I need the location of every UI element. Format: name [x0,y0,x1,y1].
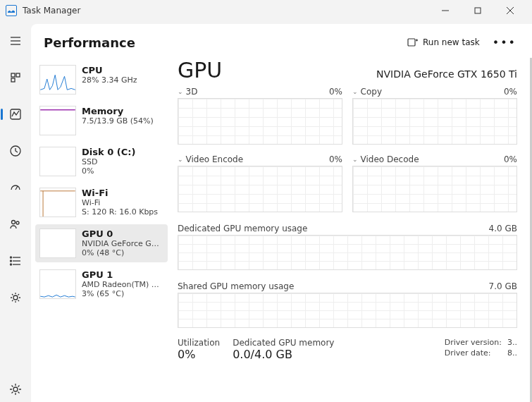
hamburger-icon[interactable] [3,28,28,54]
nav-services-icon[interactable] [3,285,28,310]
stat-value: 0.0/4.0 GB [233,348,334,361]
pane-label[interactable]: Copy [361,87,382,97]
pane-value: 0% [504,154,517,164]
svg-point-19 [11,260,12,262]
nav-settings-icon[interactable] [3,377,28,402]
svg-point-14 [16,221,19,224]
svg-rect-9 [11,78,15,82]
pane-video-decode: ⌄Video Decode0% [352,153,517,212]
stat-value: 0% [178,348,220,361]
chevron-down-icon[interactable]: ⌄ [352,88,358,95]
nav-rail [0,21,31,402]
detail-title: GPU [178,58,222,83]
shared-label: Shared GPU memory usage [178,281,294,291]
list-item-sub: 28% 3.34 GHz [82,75,163,85]
list-item-sub2: S: 120 R: 16.0 Kbps [82,207,163,217]
list-item-memory[interactable]: Memory 7.5/13.9 GB (54%) [35,102,168,140]
driver-date-value: 8.. [507,348,517,358]
nav-startup-icon[interactable] [3,175,28,200]
list-item-gpu1[interactable]: GPU 1 AMD Radeon(TM) … 3% (65 °C) [35,265,168,303]
chart-shared [178,293,517,328]
app-icon [6,5,17,16]
nav-details-icon[interactable] [3,248,28,274]
nav-processes-icon[interactable] [3,65,28,90]
maximize-button[interactable] [462,0,494,21]
list-item-sub2: 0% [82,166,163,176]
list-item-wifi[interactable]: Wi-Fi Wi-Fi S: 120 R: 16.0 Kbps [35,183,168,221]
disk-thumb-icon [39,147,76,176]
svg-point-18 [11,257,12,258]
list-item-sub: 7.5/13.9 GB (54%) [82,116,163,126]
memory-thumb-icon [39,106,76,135]
minimize-button[interactable] [429,0,462,21]
list-item-label: Disk 0 (C:) [82,147,163,157]
page-title: Performance [44,35,135,50]
svg-rect-1 [475,8,481,13]
svg-rect-23 [408,39,415,46]
pane-label[interactable]: Video Decode [361,154,419,164]
svg-point-13 [12,221,16,224]
list-item-sub2: 0% (48 °C) [82,248,163,257]
chart-copy [352,98,517,145]
shared-max: 7.0 GB [489,281,517,291]
run-new-task-button[interactable]: Run new task [404,34,483,51]
list-item-gpu0[interactable]: GPU 0 NVIDIA GeForce G… 0% (48 °C) [35,224,168,262]
svg-point-22 [13,387,18,391]
pane-label[interactable]: Video Encode [186,154,244,164]
list-item-disk[interactable]: Disk 0 (C:) SSD 0% [35,142,168,181]
chart-vdec [352,166,517,212]
list-item-cpu[interactable]: CPU 28% 3.34 GHz [35,61,168,99]
dedicated-label: Dedicated GPU memory usage [178,224,307,233]
resource-list: CPU 28% 3.34 GHz Memory 7.5/13.9 GB (54%… [31,58,172,402]
dedicated-memory-section: Dedicated GPU memory usage4.0 GB [178,222,517,270]
gpu1-thumb-icon [39,269,76,299]
detail-model: NVIDIA GeForce GTX 1650 Ti [376,68,517,80]
gpu0-thumb-icon [39,229,76,258]
wifi-thumb-icon [39,188,76,217]
close-button[interactable] [494,0,526,21]
nav-performance-icon[interactable] [3,102,28,127]
list-item-sub: NVIDIA GeForce G… [82,239,163,248]
svg-point-21 [13,296,18,300]
nav-users-icon[interactable] [3,212,28,237]
detail-pane: GPU NVIDIA GeForce GTX 1650 Ti ⌄3D0% ⌄Co… [172,58,532,402]
list-item-sub2: 3% (65 °C) [82,289,163,298]
cpu-thumb-icon [39,65,76,95]
chart-dedicated [178,235,517,270]
list-item-sub: Wi-Fi [82,198,163,207]
chevron-down-icon[interactable]: ⌄ [178,156,183,163]
pane-copy: ⌄Copy0% [352,85,517,145]
svg-point-20 [11,264,12,265]
page-header: Performance Run new task ••• [31,24,532,58]
driver-version-label: Driver version: [445,338,502,347]
pane-value: 0% [329,154,342,164]
chart-venc [178,166,342,212]
driver-version-value: 3.. [507,338,517,347]
pane-label[interactable]: 3D [186,87,198,97]
list-item-sub: SSD [82,157,163,166]
stats-row: Utilization 0% Dedicated GPU memory 0.0/… [178,338,517,361]
more-button[interactable]: ••• [490,36,519,49]
list-item-sub: AMD Radeon(TM) … [82,280,163,289]
pane-value: 0% [504,87,517,97]
chart-3d [178,98,342,145]
svg-line-12 [16,186,18,190]
list-item-label: Memory [82,106,163,116]
list-item-label: CPU [82,65,163,75]
list-item-label: Wi-Fi [82,188,163,198]
run-task-icon [407,37,419,48]
chevron-down-icon[interactable]: ⌄ [352,156,358,163]
pane-3d: ⌄3D0% [178,85,342,145]
chevron-down-icon[interactable]: ⌄ [178,88,183,95]
pane-video-encode: ⌄Video Encode0% [178,153,342,212]
stat-label: Dedicated GPU memory [233,338,334,348]
window-title: Task Manager [23,6,80,16]
titlebar: Task Manager [0,0,532,21]
svg-rect-7 [11,73,15,77]
nav-history-icon[interactable] [3,138,28,164]
driver-date-label: Driver date: [445,348,502,358]
list-item-label: GPU 0 [82,229,163,239]
pane-value: 0% [329,87,342,97]
shared-memory-section: Shared GPU memory usage7.0 GB [178,280,517,328]
dedicated-max: 4.0 GB [489,224,517,233]
